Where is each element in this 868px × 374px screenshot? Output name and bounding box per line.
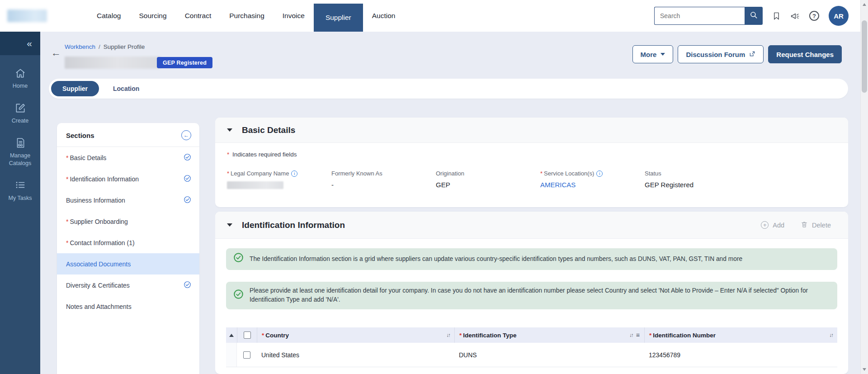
sections-panel: Sections Basic Details Identification In… bbox=[57, 123, 199, 374]
search-bar bbox=[654, 7, 763, 25]
discussion-forum-button[interactable]: Discussion Forum bbox=[678, 45, 764, 63]
column-menu-icon[interactable] bbox=[636, 331, 640, 339]
nav-item-invoice[interactable]: Invoice bbox=[274, 0, 314, 32]
collapse-section-icon[interactable] bbox=[227, 223, 232, 227]
status-badge: GEP Registered bbox=[157, 57, 212, 68]
left-sidebar: Home Create Manage Catalogs My Tasks bbox=[0, 32, 40, 374]
chevron-down-icon bbox=[660, 53, 665, 56]
nav-item-sourcing[interactable]: Sourcing bbox=[130, 0, 175, 32]
help-icon[interactable] bbox=[809, 11, 819, 21]
vertical-scrollbar[interactable] bbox=[860, 0, 868, 374]
search-input[interactable] bbox=[654, 7, 745, 25]
info-icon[interactable] bbox=[291, 170, 297, 177]
row-select-cell bbox=[237, 343, 257, 367]
breadcrumb-workbench-link[interactable]: Workbench bbox=[65, 43, 95, 50]
search-button[interactable] bbox=[745, 7, 763, 25]
bookmark-icon[interactable] bbox=[772, 12, 781, 20]
basic-details-card: Basic Details Indicates required fields … bbox=[215, 118, 848, 207]
company-logo[interactable] bbox=[7, 9, 47, 22]
info-icon[interactable] bbox=[596, 170, 603, 177]
tab-location[interactable]: Location bbox=[102, 81, 151, 96]
field-legal-company-name: Legal Company Name bbox=[227, 170, 331, 189]
back-arrow-icon[interactable] bbox=[51, 48, 61, 58]
select-all-checkbox[interactable] bbox=[244, 331, 251, 339]
trash-icon bbox=[801, 221, 808, 230]
nav-item-contract[interactable]: Contract bbox=[176, 0, 221, 32]
basic-details-header: Basic Details bbox=[215, 118, 848, 143]
scroll-down-icon[interactable] bbox=[863, 368, 866, 371]
sort-icon[interactable] bbox=[629, 332, 633, 338]
delete-button[interactable]: Delete bbox=[801, 221, 831, 230]
nav-item-catalog[interactable]: Catalog bbox=[88, 0, 130, 32]
identification-header: Identification Information Add Delete bbox=[215, 212, 848, 239]
required-asterisk bbox=[649, 332, 651, 339]
home-icon bbox=[14, 67, 26, 79]
row-marker-cell bbox=[226, 343, 237, 367]
sidebar-item-label: Manage Catalogs bbox=[2, 152, 38, 167]
discussion-forum-label: Discussion Forum bbox=[686, 51, 745, 58]
nav-item-purchasing[interactable]: Purchasing bbox=[220, 0, 274, 32]
field-status: Status GEP Registered bbox=[645, 170, 749, 189]
collapse-section-icon[interactable] bbox=[227, 128, 232, 132]
sidebar-item-my-tasks[interactable]: My Tasks bbox=[0, 180, 40, 202]
sections-item-notes-attachments[interactable]: Notes and Attachments bbox=[57, 296, 199, 317]
page-content: Workbench / Supplier Profile GEP Registe… bbox=[40, 32, 860, 374]
sections-panel-header: Sections bbox=[57, 123, 199, 147]
sections-item-business-information[interactable]: Business Information bbox=[57, 189, 199, 211]
required-asterisk bbox=[66, 154, 68, 161]
user-avatar[interactable]: AR bbox=[829, 6, 849, 26]
nav-item-auction[interactable]: Auction bbox=[363, 0, 405, 32]
sections-item-associated-documents[interactable]: Associated Documents bbox=[57, 253, 199, 275]
required-asterisk bbox=[262, 332, 264, 339]
section-title: Basic Details bbox=[242, 125, 295, 135]
scroll-up-icon[interactable] bbox=[863, 3, 866, 6]
required-asterisk bbox=[227, 151, 229, 158]
basic-details-fields: Legal Company Name Formerly Known As - O… bbox=[227, 170, 836, 189]
top-bar: Catalog Sourcing Contract Purchasing Inv… bbox=[0, 0, 860, 32]
cell-identification-type: DUNS bbox=[454, 343, 644, 367]
profile-tabs: Supplier Location bbox=[49, 79, 848, 99]
sections-item-diversity-certificates[interactable]: Diversity & Certificates bbox=[57, 275, 199, 296]
completed-check-icon bbox=[184, 281, 191, 290]
sidebar-item-create[interactable]: Create bbox=[0, 102, 40, 125]
sidebar-item-home[interactable]: Home bbox=[0, 67, 40, 90]
sections-item-contact-information[interactable]: Contact Information (1) bbox=[57, 232, 199, 253]
collapse-panel-icon[interactable] bbox=[181, 130, 191, 140]
supplier-name-redacted bbox=[65, 57, 160, 69]
service-locations-link[interactable]: AMERICAS bbox=[540, 181, 645, 189]
required-asterisk bbox=[540, 170, 542, 177]
sidebar-item-label: Create bbox=[12, 117, 29, 125]
sort-icon[interactable] bbox=[830, 332, 833, 338]
sidebar-collapse-icon[interactable] bbox=[0, 32, 40, 55]
success-check-icon bbox=[233, 289, 244, 303]
sidebar-item-label: Home bbox=[13, 82, 28, 90]
announcement-icon[interactable] bbox=[790, 11, 800, 21]
identification-table: Country Identification Type Identificati… bbox=[226, 327, 837, 367]
column-header-identification-type: Identification Type bbox=[454, 327, 644, 343]
required-asterisk bbox=[227, 170, 229, 177]
cell-identification-number: 123456789 bbox=[644, 343, 837, 367]
select-all-cell bbox=[237, 327, 257, 343]
app-window: Catalog Sourcing Contract Purchasing Inv… bbox=[0, 0, 868, 374]
sections-item-supplier-onboarding[interactable]: Supplier Onboarding bbox=[57, 211, 199, 232]
sections-item-identification-information[interactable]: Identification Information bbox=[57, 168, 199, 189]
breadcrumb-current: Supplier Profile bbox=[104, 43, 145, 50]
sidebar-item-manage-catalogs[interactable]: Manage Catalogs bbox=[0, 137, 40, 167]
breadcrumb: Workbench / Supplier Profile bbox=[65, 43, 145, 50]
field-formerly-known-as: Formerly Known As - bbox=[331, 170, 436, 189]
manage-catalogs-icon bbox=[14, 137, 26, 149]
nav-item-supplier[interactable]: Supplier bbox=[314, 4, 363, 32]
request-changes-button[interactable]: Request Changes bbox=[768, 45, 842, 63]
completed-check-icon bbox=[184, 175, 191, 184]
triangle-up-icon[interactable] bbox=[229, 334, 234, 337]
scrollbar-thumb[interactable] bbox=[862, 20, 867, 93]
more-button[interactable]: More bbox=[632, 45, 674, 63]
add-button[interactable]: Add bbox=[761, 221, 784, 230]
field-origination: Origination GEP bbox=[436, 170, 540, 189]
row-checkbox[interactable] bbox=[243, 351, 250, 359]
required-asterisk bbox=[66, 239, 68, 246]
sort-icon[interactable] bbox=[447, 332, 450, 338]
sections-item-basic-details[interactable]: Basic Details bbox=[57, 147, 199, 168]
tab-supplier[interactable]: Supplier bbox=[51, 81, 99, 96]
required-fields-note: Indicates required fields bbox=[227, 151, 836, 158]
